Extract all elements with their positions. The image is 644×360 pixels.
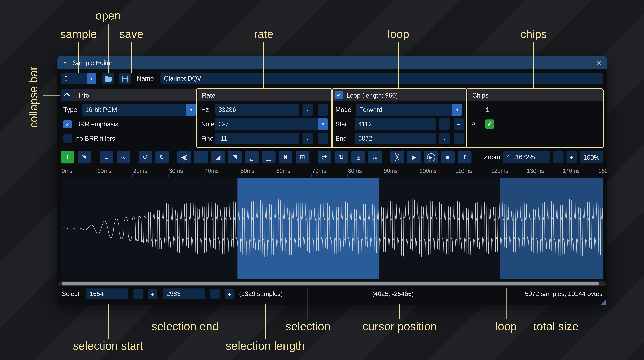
loop-mode-select[interactable]: Forward ▼ — [356, 104, 462, 116]
sample-slot-select[interactable]: 6 ▼ — [61, 72, 96, 84]
zoom-input[interactable]: 41.1672% — [503, 151, 550, 163]
hz-row: Hz 33286 - + — [198, 104, 331, 116]
timeline-label: 30ms — [169, 168, 183, 174]
timeline-tick — [132, 174, 133, 176]
close-icon[interactable]: × — [596, 58, 602, 67]
zoom-label: Zoom — [484, 151, 500, 163]
scrollbar-thumb[interactable] — [62, 282, 599, 286]
resize-icon: ↔ — [103, 154, 110, 161]
loop-end-input[interactable]: 5072 — [355, 132, 436, 144]
leader-line-total-size — [556, 304, 556, 319]
annotation-save: save — [120, 28, 144, 41]
apply-filter-button[interactable]: ≋ — [368, 151, 382, 164]
trim-button[interactable]: ⊡ — [296, 151, 309, 164]
waveform-area[interactable] — [61, 178, 603, 279]
sample-slot-dropdown-button[interactable]: ▼ — [86, 72, 96, 84]
loop-mode-value: Forward — [356, 104, 462, 116]
chip-enable-checkbox[interactable]: ✓ — [485, 120, 494, 129]
reverse-button[interactable]: ⇄ — [318, 151, 331, 164]
undo-button[interactable]: ↺ — [138, 151, 152, 164]
loop-start-input[interactable]: 4112 — [355, 118, 436, 130]
titlebar[interactable]: ▼ Sample Editor × — [58, 56, 607, 69]
loop-end-increase-button[interactable]: + — [454, 132, 464, 144]
selection-start-increase-button[interactable]: + — [148, 289, 157, 299]
loop-end-decrease-button[interactable]: - — [439, 132, 450, 144]
undo-icon: ↺ — [143, 153, 148, 161]
timeline-tick — [598, 174, 598, 176]
loop-start-decrease-button[interactable]: - — [439, 118, 450, 130]
no-brr-filters-checkbox[interactable] — [63, 134, 72, 143]
selection-end-input[interactable]: 2983 — [163, 288, 205, 299]
open-sample-button[interactable] — [102, 72, 114, 84]
insert-silence-button[interactable]: ␣ — [245, 151, 258, 164]
note-value: C-7 — [215, 118, 328, 130]
redo-button[interactable]: ↻ — [156, 151, 169, 164]
check-icon: ✓ — [487, 120, 492, 128]
stop-preview-button[interactable]: ■ — [441, 151, 454, 164]
delete-button[interactable]: ✖ — [279, 151, 292, 164]
hz-value: 33286 — [215, 104, 299, 116]
selection-start-decrease-button[interactable]: - — [134, 289, 143, 299]
edit-mode-draw-button[interactable]: ✎ — [78, 151, 91, 164]
sample-name-input[interactable]: Clarinet DQV — [160, 72, 603, 84]
hz-decrease-button[interactable]: - — [302, 104, 312, 116]
loop-enable-checkbox[interactable]: ✓ — [334, 91, 343, 99]
waveform-canvas[interactable] — [61, 178, 603, 279]
note-select[interactable]: C-7 ▼ — [215, 118, 328, 130]
timeline-tick — [418, 174, 419, 176]
leader-line-selection-end — [184, 304, 186, 319]
normalize-button[interactable]: ↕ — [194, 151, 208, 164]
fade-in-button[interactable]: ◢ — [211, 151, 225, 164]
loop-mode-dropdown-button[interactable]: ▼ — [452, 104, 462, 116]
sample-type-value: 16-bit PCM — [82, 104, 196, 116]
zoom-reset-button[interactable]: 100% — [580, 151, 603, 163]
sign-exchange-button[interactable]: ± — [352, 151, 365, 164]
amplify-button[interactable]: ◀) — [178, 151, 191, 164]
waveform-scrollbar[interactable] — [58, 281, 606, 286]
preview-sample-loop-button[interactable]: ▶ — [424, 151, 438, 164]
resize-grip[interactable] — [601, 300, 606, 304]
brr-emphasis-checkbox[interactable]: ✓ — [63, 120, 72, 128]
timeline-ruler[interactable]: 0ms10ms20ms30ms40ms50ms60ms70ms80ms90ms1… — [58, 166, 607, 177]
selection-end-increase-button[interactable]: + — [225, 289, 234, 299]
loop-section: ✓ Loop (length: 960) Mode Forward ▼ Star… — [332, 89, 466, 146]
selection-end-decrease-button[interactable]: - — [210, 289, 220, 299]
window-collapse-icon[interactable]: ▼ — [63, 60, 67, 65]
apply-silence-button[interactable]: ▁ — [262, 151, 276, 164]
timeline-label: 150ms — [598, 168, 607, 174]
create-instrument-from-sample-button[interactable]: ↥ — [458, 151, 472, 164]
info-header: Info — [61, 89, 197, 101]
edit-mode-select-button[interactable]: I — [61, 151, 74, 164]
fine-decrease-button[interactable]: - — [302, 132, 312, 144]
zoom-out-button[interactable]: - — [554, 151, 564, 163]
hz-increase-button[interactable]: + — [318, 104, 328, 116]
loop-end-value: 5072 — [355, 132, 436, 144]
fine-increase-button[interactable]: + — [318, 132, 328, 144]
chips-column-row: 1 — [468, 104, 603, 116]
preview-sample-button[interactable]: ▶ — [407, 151, 421, 164]
sample-type-select[interactable]: 16-bit PCM ▼ — [82, 104, 196, 116]
note-dropdown-button[interactable]: ▼ — [318, 118, 328, 130]
apply-filter-icon: ≋ — [372, 153, 378, 161]
info-collapse-button[interactable] — [61, 89, 73, 101]
info-header-title: Info — [78, 92, 89, 99]
timeline-tick — [490, 174, 490, 176]
zoom-in-button[interactable]: + — [566, 151, 577, 163]
selection-start-input[interactable]: 1654 — [86, 288, 128, 299]
no-brr-filters-row: no BRR filters — [61, 132, 197, 144]
loop-mode-label: Mode — [336, 104, 351, 116]
sample-type-dropdown-button[interactable]: ▼ — [186, 104, 196, 116]
fade-out-button[interactable]: ◥ — [228, 151, 242, 164]
loop-start-increase-button[interactable]: + — [454, 118, 464, 130]
resize-button[interactable]: ↔ — [100, 151, 113, 164]
fine-input[interactable]: -11 — [215, 132, 299, 144]
save-sample-button[interactable] — [119, 72, 131, 84]
timeline-label: 120ms — [491, 168, 508, 174]
resample-icon: ∿ — [121, 153, 126, 161]
crossfade-loop-points-button[interactable]: ╳ — [390, 151, 404, 164]
invert-button[interactable]: ⇅ — [334, 151, 348, 164]
chevron-down-icon: ▼ — [189, 108, 193, 112]
resample-button[interactable]: ∿ — [116, 151, 130, 164]
note-label: Note — [201, 118, 214, 130]
hz-input[interactable]: 33286 — [215, 104, 299, 116]
